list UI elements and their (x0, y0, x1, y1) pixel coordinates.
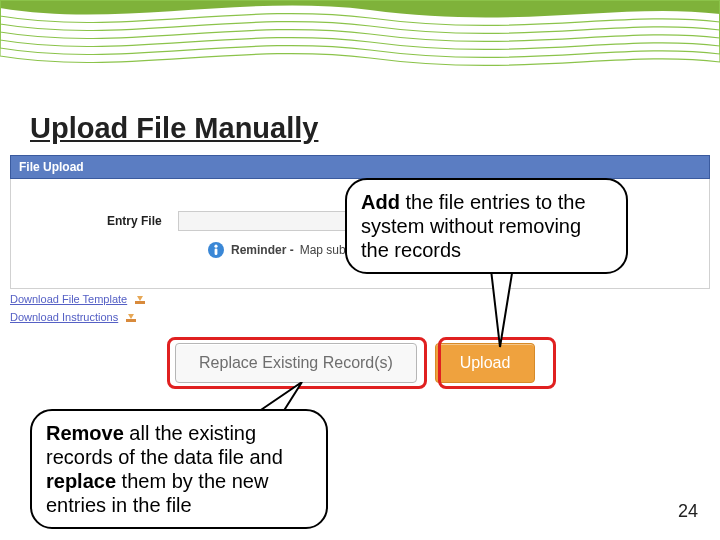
info-icon (207, 241, 225, 259)
panel-title: File Upload (10, 155, 710, 179)
page-number: 24 (678, 501, 698, 522)
reminder-text: Map sub (300, 243, 346, 257)
callout-remove-b1: Remove (46, 422, 124, 444)
callout-tail-add (476, 261, 526, 351)
download-template-label: Download File Template (10, 293, 127, 305)
callout-remove-b2: replace (46, 470, 116, 492)
replace-existing-button[interactable]: Replace Existing Record(s) (175, 343, 417, 383)
callout-add-bold: Add (361, 191, 400, 213)
svg-rect-3 (135, 301, 145, 304)
download-instructions-label: Download Instructions (10, 311, 118, 323)
callout-add: Add the file entries to the system witho… (345, 178, 628, 274)
download-instructions-link[interactable]: Download Instructions (10, 310, 147, 324)
download-template-link[interactable]: Download File Template (10, 292, 147, 306)
download-icon (124, 310, 138, 324)
download-links: Download File Template Download Instruct… (10, 292, 147, 328)
svg-rect-4 (126, 319, 136, 322)
callout-remove: Remove all the existing records of the d… (30, 409, 328, 529)
slide-title: Upload File Manually (30, 112, 318, 145)
reminder-prefix: Reminder - (231, 243, 294, 257)
svg-point-1 (214, 245, 217, 248)
entry-file-label: Entry File (107, 214, 162, 228)
download-icon (133, 292, 147, 306)
svg-rect-2 (215, 249, 218, 255)
header-waves (0, 0, 720, 82)
